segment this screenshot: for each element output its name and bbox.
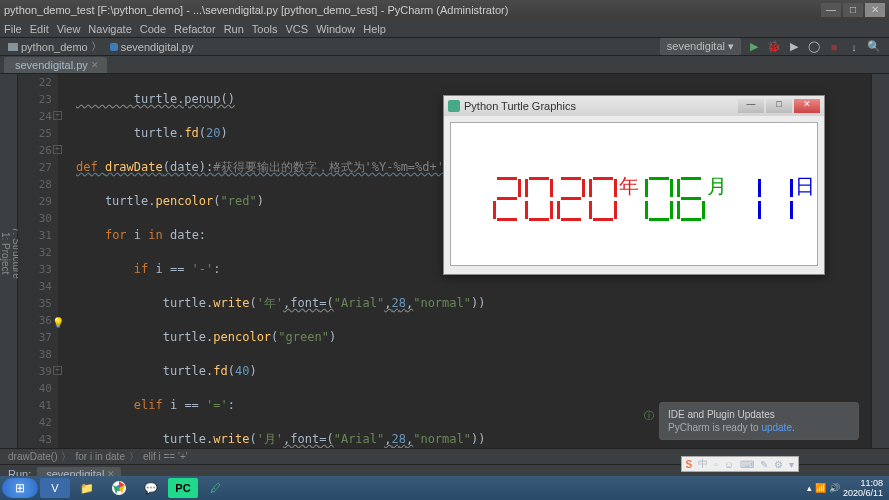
breadcrumb-item[interactable]: for i in date bbox=[75, 451, 124, 462]
debug-button[interactable]: 🐞 bbox=[767, 40, 781, 54]
taskbar-app-turtle[interactable]: 🖊 bbox=[200, 478, 230, 498]
menu-edit[interactable]: Edit bbox=[30, 23, 49, 35]
notification-title: IDE and Plugin Updates bbox=[668, 409, 850, 420]
line-number: 35 bbox=[18, 295, 52, 312]
menu-run[interactable]: Run bbox=[224, 23, 244, 35]
run-button[interactable]: ▶ bbox=[747, 40, 761, 54]
breadcrumb-item[interactable]: drawDate() bbox=[8, 451, 57, 462]
ime-item[interactable]: ✎ bbox=[758, 459, 770, 470]
editor-tab-sevendigital[interactable]: sevendigital.py ✕ bbox=[4, 57, 107, 73]
menu-help[interactable]: Help bbox=[363, 23, 386, 35]
turtle-window-title: Python Turtle Graphics bbox=[464, 100, 736, 112]
nav-project-label: python_demo bbox=[21, 41, 88, 53]
taskbar-app-explorer[interactable]: 📁 bbox=[72, 478, 102, 498]
tray-volume-icon[interactable]: 🔊 bbox=[829, 483, 840, 493]
line-number: 34 bbox=[18, 278, 52, 295]
menu-vcs[interactable]: VCS bbox=[286, 23, 309, 35]
window-title: python_demo_test [F:\python_demo] - ...\… bbox=[4, 4, 821, 16]
menu-navigate[interactable]: Navigate bbox=[88, 23, 131, 35]
turtle-graphics-window[interactable]: Python Turtle Graphics — □ ✕ 年月日 bbox=[443, 95, 825, 275]
menu-bar: File Edit View Navigate Code Refactor Ru… bbox=[0, 20, 889, 38]
date-display: 年月日 bbox=[493, 177, 821, 221]
line-number: 32 bbox=[18, 244, 52, 261]
turtle-canvas: 年月日 bbox=[450, 122, 818, 266]
menu-refactor[interactable]: Refactor bbox=[174, 23, 216, 35]
start-button[interactable]: ⊞ bbox=[2, 478, 38, 498]
python-file-icon bbox=[110, 43, 118, 51]
search-icon[interactable]: 🔍 bbox=[867, 40, 881, 54]
line-number: 27 bbox=[18, 159, 52, 176]
ime-item[interactable]: ⌨ bbox=[738, 459, 756, 470]
taskbar-app-wechat[interactable]: 💬 bbox=[136, 478, 166, 498]
taskbar-app-pycharm[interactable]: PC bbox=[168, 478, 198, 498]
line-number: 26− bbox=[18, 142, 52, 159]
update-link[interactable]: update bbox=[761, 422, 792, 433]
fold-icon[interactable]: − bbox=[53, 111, 62, 120]
stop-button[interactable]: ■ bbox=[827, 40, 841, 54]
taskbar-app-chrome[interactable] bbox=[104, 478, 134, 498]
clock-time: 11:08 bbox=[843, 478, 883, 488]
fold-icon[interactable]: − bbox=[53, 145, 62, 154]
chevron-right-icon: 〉 bbox=[61, 450, 71, 464]
taskbar-app-vscode[interactable]: V bbox=[40, 478, 70, 498]
line-number: 25 bbox=[18, 125, 52, 142]
folder-icon bbox=[8, 43, 18, 51]
chevron-right-icon: 〉 bbox=[129, 450, 139, 464]
line-number: 37 bbox=[18, 329, 52, 346]
line-number: 30 bbox=[18, 210, 52, 227]
menu-file[interactable]: File bbox=[4, 23, 22, 35]
info-icon: ⓘ bbox=[644, 409, 654, 423]
sogou-ime-icon[interactable]: S bbox=[684, 459, 695, 470]
line-number: 33 bbox=[18, 261, 52, 278]
fold-icon[interactable]: − bbox=[53, 366, 62, 375]
line-number: 40 bbox=[18, 380, 52, 397]
coverage-button[interactable]: ▶ bbox=[787, 40, 801, 54]
notification-body: PyCharm is ready to update. bbox=[668, 422, 850, 433]
menu-window[interactable]: Window bbox=[316, 23, 355, 35]
tray-network-icon[interactable]: 📶 bbox=[815, 483, 826, 493]
window-titlebar: python_demo_test [F:\python_demo] - ...\… bbox=[0, 0, 889, 20]
line-number: 38 bbox=[18, 346, 52, 363]
line-number: 41 bbox=[18, 397, 52, 414]
run-config-dropdown[interactable]: sevendigital ▾ bbox=[660, 38, 741, 55]
menu-view[interactable]: View bbox=[57, 23, 81, 35]
profile-button[interactable]: ◯ bbox=[807, 40, 821, 54]
line-number: 39− bbox=[18, 363, 52, 380]
line-number: 24− bbox=[18, 108, 52, 125]
taskbar-clock[interactable]: 11:08 2020/6/11 bbox=[843, 478, 883, 498]
editor-tab-bar: sevendigital.py ✕ bbox=[0, 56, 889, 74]
maximize-button[interactable]: □ bbox=[843, 3, 863, 17]
minimize-button[interactable]: — bbox=[821, 3, 841, 17]
tab-close-icon[interactable]: ✕ bbox=[91, 60, 99, 70]
ime-language-bar[interactable]: S 中 ▫ ☺ ⌨ ✎ ⚙ ▾ bbox=[681, 456, 799, 472]
menu-code[interactable]: Code bbox=[140, 23, 166, 35]
vcs-update-icon[interactable]: ↓ bbox=[847, 40, 861, 54]
maximize-button[interactable]: □ bbox=[766, 99, 792, 113]
right-tool-strip bbox=[871, 74, 889, 448]
menu-tools[interactable]: Tools bbox=[252, 23, 278, 35]
navigation-bar: python_demo 〉 sevendigital.py sevendigit… bbox=[0, 38, 889, 56]
chevron-right-icon: 〉 bbox=[91, 39, 102, 54]
ime-item[interactable]: ▫ bbox=[712, 459, 720, 470]
close-button[interactable]: ✕ bbox=[794, 99, 820, 113]
tray-chevron-icon[interactable]: ▴ bbox=[807, 483, 812, 493]
minimize-button[interactable]: — bbox=[738, 99, 764, 113]
intention-bulb-icon[interactable]: 💡 bbox=[52, 314, 64, 331]
ime-item[interactable]: ▾ bbox=[787, 459, 796, 470]
system-tray[interactable]: ▴ 📶 🔊 11:08 2020/6/11 bbox=[807, 478, 887, 498]
ime-item[interactable]: ☺ bbox=[722, 459, 736, 470]
project-tool-tab[interactable]: 1: Project bbox=[0, 232, 11, 274]
nav-project[interactable]: python_demo 〉 bbox=[8, 39, 102, 54]
turtle-app-icon bbox=[448, 100, 460, 112]
turtle-title-bar[interactable]: Python Turtle Graphics — □ ✕ bbox=[444, 96, 824, 116]
nav-file[interactable]: sevendigital.py bbox=[110, 41, 194, 53]
ime-item[interactable]: ⚙ bbox=[772, 459, 785, 470]
line-gutter: 22 23 24− 25 26− 27 28 29 30 31 32 33 34… bbox=[18, 74, 58, 448]
ime-mode[interactable]: 中 bbox=[696, 457, 710, 471]
clock-date: 2020/6/11 bbox=[843, 488, 883, 498]
tab-label: sevendigital.py bbox=[15, 59, 88, 71]
nav-file-label: sevendigital.py bbox=[121, 41, 194, 53]
breadcrumb-item[interactable]: elif i == '+' bbox=[143, 451, 188, 462]
notification-popup[interactable]: ⓘ IDE and Plugin Updates PyCharm is read… bbox=[659, 402, 859, 440]
close-button[interactable]: ✕ bbox=[865, 3, 885, 17]
